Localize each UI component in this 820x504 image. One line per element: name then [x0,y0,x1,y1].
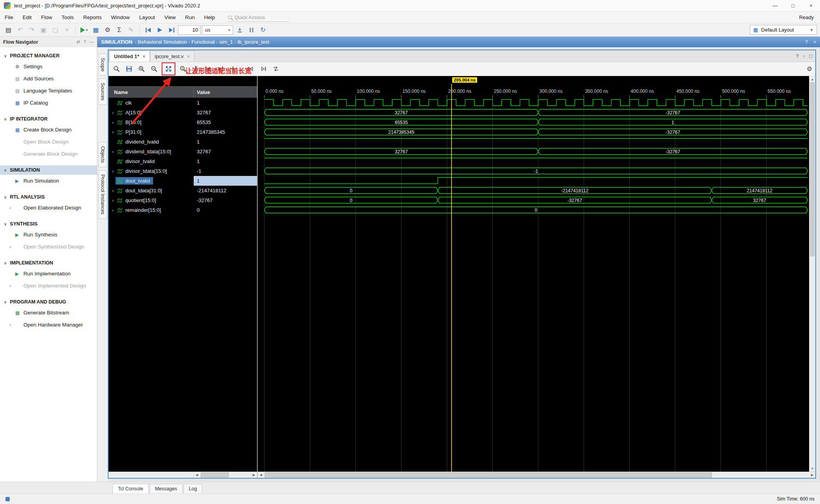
zoom-in-icon[interactable] [137,64,146,74]
flow-item-open-block-design[interactable]: Open Block Design [0,136,97,148]
signal-row-a-15-0[interactable]: › A[15:0] 32767 [109,108,257,117]
flow-item-run-simulation[interactable]: ▶ Run Simulation [0,175,97,187]
find-icon[interactable] [112,64,121,74]
next-transition-icon[interactable] [216,64,225,74]
signal-row-p-31-0[interactable]: › P[31:0] 2147385345 [109,127,257,137]
run-flow-button[interactable]: ▾ [79,25,89,35]
menu-edit[interactable]: Edit [18,12,36,23]
help-icon[interactable]: ? [805,39,808,45]
wave-horizontal-scrollbar[interactable]: ◀ ▶ [258,472,815,478]
menu-tools[interactable]: Tools [57,12,79,23]
help-icon[interactable]: ? [84,39,86,44]
redo-icon[interactable]: ↷ [27,25,37,35]
close-button[interactable]: × [802,0,820,11]
settings-gear-icon[interactable]: ⚙ [102,25,113,35]
marker-icon[interactable] [191,64,200,74]
expander-icon[interactable]: › [110,188,116,193]
flow-item-run-synthesis[interactable]: ▶ Run Synthesis [0,229,97,241]
maximize-button[interactable]: □ [784,0,802,11]
bottom-tab-log[interactable]: Log [184,484,203,493]
undo-icon[interactable]: ↶ [15,25,25,35]
flow-item-generate-block-design[interactable]: Generate Block Design [0,148,97,160]
signal-row-divisor-tdata-15-0[interactable]: › divisor_tdata[15:0] -1 [109,166,257,176]
expander-icon[interactable]: › [110,149,116,154]
menu-file[interactable]: File [0,12,18,23]
cursor-time-label[interactable]: 205.004 ns [452,77,477,83]
flow-item-create-block-design[interactable]: ▦ Create Block Design [0,124,97,136]
flow-section-rtl-analysis[interactable]: ∨ RTL ANALYSIS [0,192,97,202]
zoom-out-icon[interactable] [149,64,159,74]
scroll-down-icon[interactable]: ▼ [809,465,815,472]
maximize-window-icon[interactable]: □ [809,53,812,59]
expander-icon[interactable]: › [110,208,116,213]
flow-item-settings[interactable]: ⚙ Settings [0,60,97,73]
report-sigma-icon[interactable]: Σ [114,25,125,35]
name-column-header[interactable]: Name [109,87,194,98]
signal-row-divisor-tvalid[interactable]: divisor_tvalid 1 [109,156,257,166]
doc-tab-untitled-1[interactable]: Untitled 1*× [109,51,150,62]
signal-row-b-15-0[interactable]: › B[15:0] 65535 [109,117,257,127]
goto-time-end-icon[interactable] [258,64,268,74]
wave-settings-gear-icon[interactable]: ⚙ [807,65,812,73]
previous-transition-icon[interactable] [203,64,213,74]
signal-row-dividend-tdata-15-0[interactable]: › dividend_tdata[15:0] 32767 [109,147,257,156]
delete-icon[interactable]: × [62,25,72,35]
copy-icon[interactable]: ▣ [38,25,49,35]
flow-section-simulation[interactable]: ∨ SIMULATION [0,165,97,175]
flow-toggle-icon[interactable]: ⇄ [77,39,80,44]
scroll-right-icon[interactable]: ▶ [251,472,257,478]
expander-icon[interactable]: › [110,198,116,203]
scroll-right-icon[interactable]: ▶ [809,472,815,478]
add-marker-icon[interactable] [228,64,238,74]
signal-row-dout-tdata-31-0[interactable]: › dout_tdata[31:0] -2147418112 [109,186,257,195]
doc-tab-ipcore-test-v[interactable]: ipcore_test.v× [150,51,194,62]
open-project-icon[interactable]: ▤ [3,25,14,35]
swap-cursor-icon[interactable] [271,64,281,74]
names-horizontal-scrollbar[interactable]: ◀ ▶ [194,472,258,478]
side-tab-objects[interactable]: Objects [98,142,107,167]
minimize-button[interactable]: — [766,0,784,11]
relaunch-sim-icon[interactable]: ↻ [258,25,268,35]
restart-sim-button[interactable] [143,25,153,35]
pause-button[interactable] [246,25,257,35]
scroll-left-icon[interactable]: ◀ [194,472,200,478]
menu-run[interactable]: Run [180,12,200,23]
dashboard-icon[interactable]: ▦ [91,25,101,35]
bottom-tab-tcl-console[interactable]: Tcl Console [112,484,149,493]
run-for-button[interactable] [166,25,177,35]
expander-icon[interactable]: › [9,205,15,211]
paste-icon[interactable]: ▢ [50,25,61,35]
flow-section-program-and-debug[interactable]: ∨ PROGRAM AND DEBUG [0,297,97,307]
value-column-header[interactable]: Value [194,87,257,98]
close-icon[interactable]: × [813,39,816,45]
step-button[interactable] [234,25,245,35]
side-tab-sources[interactable]: Sources [98,78,107,105]
collapse-icon[interactable]: — [89,39,94,44]
menu-flow[interactable]: Flow [36,12,57,23]
zoom-fit-icon[interactable] [164,64,173,74]
flow-item-add-sources[interactable]: ▤ Add Sources [0,73,97,85]
waveform-canvas[interactable]: 0.000 ns50.000 ns100.000 ns150.000 ns200… [258,76,809,472]
goto-time-zero-icon[interactable] [246,64,256,74]
flow-item-run-implementation[interactable]: ▶ Run Implementation [0,268,97,280]
vertical-scrollbar[interactable]: ▲ ▼ [809,76,815,472]
menu-help[interactable]: Help [200,12,220,23]
expander-icon[interactable]: › [9,244,15,250]
edit-pencil-icon[interactable]: ✎ [126,25,136,35]
flow-item-open-implemented-design[interactable]: › Open Implemented Design [0,280,97,292]
scroll-thumb[interactable] [265,472,712,477]
run-all-button[interactable] [155,25,165,35]
scroll-left-icon[interactable]: ◀ [258,472,264,478]
float-window-icon[interactable]: ▫ [803,53,805,59]
save-waveform-icon[interactable] [124,64,134,74]
flow-section-project-manager[interactable]: ∨ PROJECT MANAGER [0,51,97,60]
run-time-input[interactable] [178,25,201,35]
zoom-to-cursor-icon[interactable] [178,64,188,74]
flow-item-open-hardware-manager[interactable]: › Open Hardware Manager [0,319,97,331]
signal-row-dout-tvalid[interactable]: dout_tvalid 1 [109,176,257,186]
expander-icon[interactable]: › [110,110,116,115]
flow-item-open-elaborated-design[interactable]: › Open Elaborated Design [0,202,97,214]
time-unit-select[interactable]: us ▾ [202,25,233,35]
menu-window[interactable]: Window [106,12,134,23]
expander-icon[interactable]: › [110,130,116,135]
